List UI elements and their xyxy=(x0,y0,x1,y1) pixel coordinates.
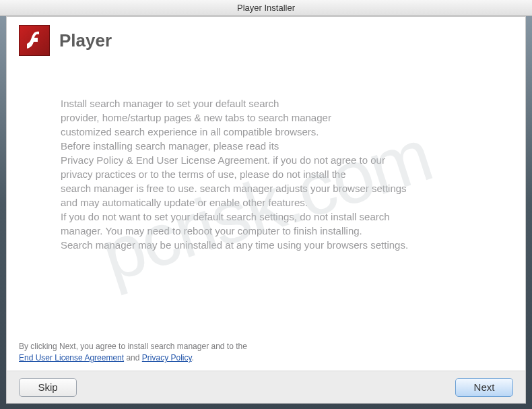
body-line: Search manager may be uninstalled at any… xyxy=(61,238,478,252)
agreement-prefix: By clicking Next, you agree to install s… xyxy=(19,342,247,351)
header: Player xyxy=(7,17,525,63)
body-line: If you do not want to set your default s… xyxy=(61,210,478,224)
body-text: Install search manager to set your defau… xyxy=(61,96,478,252)
body-line: provider, home/startup pages & new tabs … xyxy=(61,111,478,125)
eula-link[interactable]: End User License Agreement xyxy=(19,353,124,363)
body-line: search manager is free to use. search ma… xyxy=(61,181,478,195)
installer-title: Player xyxy=(59,30,112,51)
skip-button[interactable]: Skip xyxy=(19,378,77,397)
window-title: Player Installer xyxy=(237,3,295,13)
body-line: privacy practices or to the terms of use… xyxy=(61,167,478,181)
body-line: Install search manager to set your defau… xyxy=(61,96,478,111)
installer-window: Player Install search manager to set you… xyxy=(6,16,526,404)
privacy-link[interactable]: Privacy Policy xyxy=(142,353,192,363)
next-button[interactable]: Next xyxy=(455,378,513,397)
button-bar: Skip Next xyxy=(7,371,525,403)
flash-logo-icon xyxy=(19,25,50,56)
body-line: manager. You may need to reboot your com… xyxy=(61,224,478,238)
agreement-and: and xyxy=(124,353,142,363)
body-line: customized search experience in all comp… xyxy=(61,125,478,139)
content-area: Install search manager to set your defau… xyxy=(7,63,525,336)
body-line: and may automatically update or enable o… xyxy=(61,195,478,210)
agreement-text: By clicking Next, you agree to install s… xyxy=(7,336,525,371)
window-titlebar: Player Installer xyxy=(0,0,532,16)
agreement-suffix: . xyxy=(192,353,194,363)
body-line: Privacy Policy & End User License Agreem… xyxy=(61,153,478,167)
body-line: Before installing search manager, please… xyxy=(61,139,478,153)
